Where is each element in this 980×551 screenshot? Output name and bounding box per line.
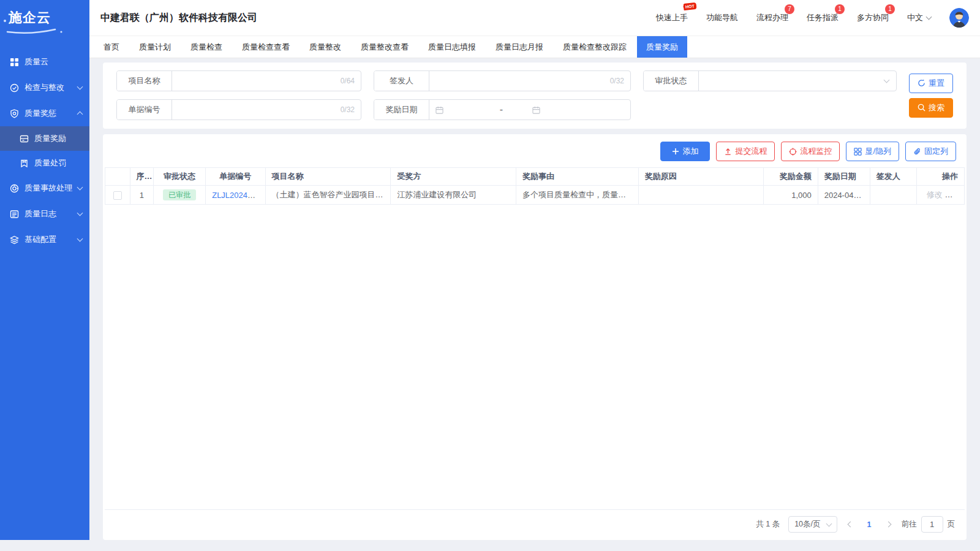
tab-quality-inspect-view[interactable]: 质量检查查看	[233, 36, 299, 58]
tab-quality-rectify[interactable]: 质量整改	[300, 36, 350, 58]
project-name-field[interactable]: 项目名称 0/64	[116, 70, 361, 91]
cell-reward-date: 2024-04-23	[818, 186, 870, 205]
sidebar-item-label: 质量日志	[24, 208, 75, 219]
show-hide-columns-label: 显/隐列	[865, 146, 891, 157]
chevron-down-icon	[77, 210, 83, 216]
page-number[interactable]: 1	[864, 520, 875, 529]
search-button[interactable]: 搜索	[909, 98, 953, 118]
reward-date-range-field[interactable]: 奖励日期 -	[374, 99, 631, 120]
add-button[interactable]: 添加	[660, 142, 710, 161]
table-panel: 添加 提交流程 流程监控 显/隐列	[103, 134, 967, 540]
goto-page-input[interactable]	[921, 516, 943, 533]
avatar[interactable]	[949, 8, 969, 28]
edit-link[interactable]: 修改	[927, 190, 943, 199]
char-counter: 0/32	[610, 77, 624, 85]
prev-page-button[interactable]	[846, 522, 855, 526]
sidebar-item-quality-cloud[interactable]: 质量云	[0, 49, 89, 75]
fixed-columns-button[interactable]: 固定列	[905, 142, 956, 161]
grid-icon	[10, 58, 19, 67]
page-size-value: 10条/页	[794, 519, 820, 530]
search-buttons: 重置 搜索	[909, 74, 953, 118]
log-icon	[10, 210, 19, 219]
app-logo: 施企云	[0, 0, 89, 38]
nav-label: 快速上手	[656, 13, 688, 22]
sidebar-item-basic-config[interactable]: 基础配置	[0, 227, 89, 253]
page-size-select[interactable]: 10条/页	[788, 516, 837, 533]
nav-task-assign[interactable]: 任务指派 1	[807, 12, 839, 23]
tab-bar: 首页 质量计划 质量检查 质量检查查看 质量整改 质量整改查看 质量日志填报 质…	[89, 36, 980, 58]
tab-quality-plan[interactable]: 质量计划	[130, 36, 180, 58]
col-actions: 操作	[916, 168, 964, 186]
end-date-picker[interactable]	[532, 106, 624, 114]
delete-link[interactable]: 删除	[948, 190, 964, 199]
shield-icon	[10, 109, 19, 118]
nav-label: 多方协同	[857, 13, 889, 22]
flow-monitor-label: 流程监控	[800, 146, 832, 157]
col-doc-no: 单据编号	[206, 168, 265, 186]
reset-button[interactable]: 重置	[909, 74, 953, 93]
approval-status-select[interactable]: 审批状态	[643, 70, 897, 91]
sidebar-item-inspection-rectify[interactable]: 检查与整改	[0, 75, 89, 101]
issuer-label: 签发人	[374, 71, 429, 91]
show-hide-columns-button[interactable]: 显/隐列	[846, 142, 899, 161]
chevron-down-icon	[884, 77, 890, 83]
col-reward-date: 奖励日期	[818, 168, 870, 186]
submit-flow-button[interactable]: 提交流程	[716, 142, 775, 161]
cell-reward-cause	[638, 186, 763, 205]
sidebar-item-label: 质量事故处理	[24, 183, 75, 194]
total-count: 共 1 条	[756, 519, 780, 530]
next-page-button[interactable]	[884, 522, 893, 526]
flow-monitor-button[interactable]: 流程监控	[781, 142, 840, 161]
tab-label: 质量奖励	[646, 42, 678, 53]
tab-quality-log-fill[interactable]: 质量日志填报	[419, 36, 485, 58]
plus-icon	[672, 148, 679, 155]
sidebar-item-quality-reward[interactable]: 质量奖励	[0, 126, 89, 151]
nav-label: 任务指派	[807, 13, 839, 22]
reset-label: 重置	[929, 78, 944, 89]
nav-function-guide[interactable]: 功能导航	[706, 12, 738, 23]
cell-reward-amount: 1,000	[763, 186, 818, 205]
tab-inspect-rectify-track[interactable]: 质量检查整改跟踪	[554, 36, 636, 58]
company-title: 中建君联（广州）软件科技有限公司	[100, 12, 257, 25]
tab-label: 质量日志月报	[496, 42, 543, 53]
nav-multi-party[interactable]: 多方协同 1	[857, 12, 889, 23]
app-window: 施企云 质量云 检查与整改 质量奖惩 质量奖励	[0, 0, 980, 540]
layers-icon	[10, 235, 19, 245]
nav-quick-start[interactable]: 快速上手 HOT	[656, 12, 688, 23]
sidebar-item-quality-log[interactable]: 质量日志	[0, 201, 89, 227]
start-date-picker[interactable]: -	[435, 104, 527, 115]
doc-no-input[interactable]	[178, 105, 337, 115]
sidebar-item-quality-punish[interactable]: 质量处罚	[0, 151, 89, 175]
calendar-icon	[532, 106, 540, 114]
sidebar-item-quality-accident[interactable]: 质量事故处理	[0, 175, 89, 201]
tab-quality-rectify-view[interactable]: 质量整改查看	[352, 36, 418, 58]
col-approval-status: 审批状态	[154, 168, 206, 186]
chevron-down-icon	[926, 14, 932, 20]
tab-quality-reward[interactable]: 质量奖励	[637, 36, 687, 58]
project-name-input[interactable]	[178, 77, 337, 86]
avatar-icon	[949, 8, 969, 28]
doc-no-link[interactable]: ZLJL2024050020	[212, 191, 265, 200]
nav-label: 功能导航	[706, 13, 738, 22]
submit-flow-label: 提交流程	[735, 146, 767, 157]
tab-quality-inspect[interactable]: 质量检查	[181, 36, 232, 58]
doc-no-field[interactable]: 单据编号 0/32	[116, 99, 361, 120]
top-header: 中建君联（广州）软件科技有限公司 快速上手 HOT 功能导航 流程办理 7 任务…	[89, 0, 980, 36]
cell-awardee: 江苏浦业建设有限公司	[391, 186, 516, 205]
col-issuer: 签发人	[870, 168, 916, 186]
row-checkbox[interactable]	[113, 191, 122, 200]
issuer-input[interactable]	[435, 77, 606, 86]
issuer-field[interactable]: 签发人 0/32	[374, 70, 631, 91]
language-label: 中文	[907, 12, 923, 23]
approval-status-value[interactable]	[705, 77, 884, 86]
col-reward-cause: 奖励原因	[638, 168, 763, 186]
language-selector[interactable]: 中文	[907, 12, 931, 23]
target-icon	[10, 184, 19, 193]
logo-dot	[4, 20, 6, 22]
sidebar-item-quality-reward-punish[interactable]: 质量奖惩	[0, 101, 89, 126]
nav-process-handling[interactable]: 流程办理 7	[756, 12, 788, 23]
pagination-bar: 共 1 条 10条/页 1 前往 页	[105, 509, 965, 540]
tab-home[interactable]: 首页	[94, 36, 129, 58]
col-awardee: 受奖方	[391, 168, 516, 186]
tab-quality-log-month[interactable]: 质量日志月报	[486, 36, 552, 58]
